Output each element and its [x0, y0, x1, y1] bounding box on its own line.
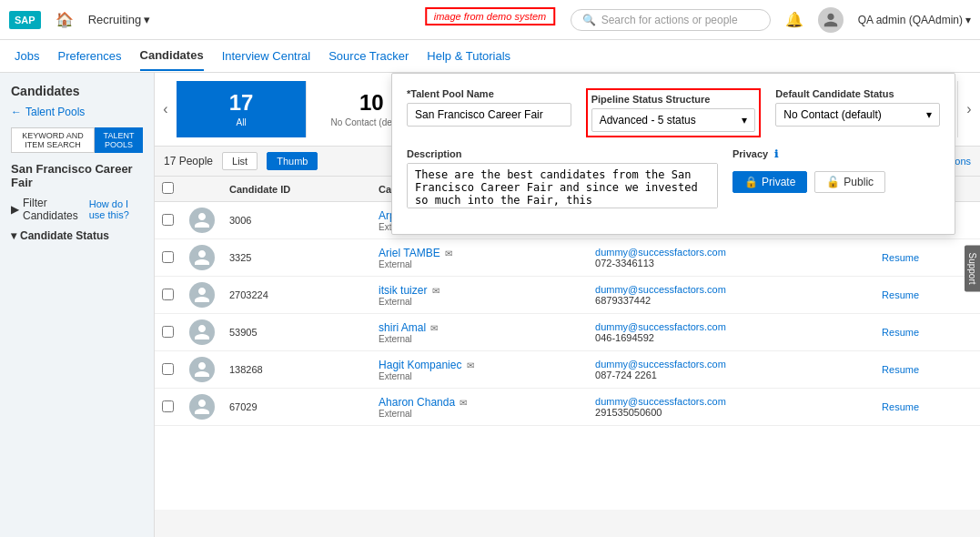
privacy-label: Privacy ℹ — [732, 148, 940, 160]
talent-pool-name-input[interactable] — [407, 103, 571, 127]
select-all-checkbox[interactable] — [162, 182, 174, 194]
chevron-down-icon: ▾ — [926, 108, 932, 121]
contact-email[interactable]: dummy@successfactors.com — [595, 321, 867, 332]
description-label: Description — [407, 148, 718, 159]
row-checkbox[interactable] — [162, 251, 174, 263]
candidate-avatar — [189, 208, 215, 233]
recruiting-menu[interactable]: Recruiting ▾ — [88, 13, 151, 26]
resume-link[interactable]: Resume — [882, 289, 919, 300]
avatar — [818, 7, 844, 33]
contact-email[interactable]: dummy@successfactors.com — [595, 359, 867, 370]
nav-candidates[interactable]: Candidates — [140, 41, 204, 71]
table-row: 2703224 itsik tuizer ✉ External dummy@su… — [155, 277, 980, 314]
row-checkbox[interactable] — [162, 400, 174, 412]
row-checkbox-cell[interactable] — [155, 202, 182, 239]
nav-help[interactable]: Help & Tutorials — [427, 42, 510, 70]
candidate-name[interactable]: Aharon Chanda ✉ — [379, 396, 581, 409]
default-status-group: Default Candidate Status No Contact (def… — [775, 88, 940, 137]
row-checkbox-cell[interactable] — [155, 389, 182, 426]
candidate-avatar-cell — [182, 389, 222, 426]
candidate-status-toggle[interactable]: ▾ Candidate Status — [11, 229, 143, 242]
privacy-buttons: 🔒 Private 🔓 Public — [732, 171, 940, 193]
default-status-select[interactable]: No Contact (default) ▾ — [775, 103, 940, 127]
resume-link[interactable]: Resume — [882, 252, 919, 263]
sidebar: Candidates ← Talent Pools KEYWORD AND IT… — [0, 73, 155, 537]
next-status-arrow[interactable]: › — [958, 73, 980, 146]
candidate-avatar — [189, 282, 215, 308]
candidate-id: 67029 — [222, 389, 371, 426]
resume-link[interactable]: Resume — [882, 327, 919, 338]
row-checkbox-cell[interactable] — [155, 351, 182, 389]
pipeline-status-select[interactable]: Advanced - 5 status ▾ — [591, 108, 756, 132]
list-view-btn[interactable]: List — [222, 152, 258, 170]
chevron-right-icon: ▶ — [11, 203, 19, 216]
sap-logo: SAP — [9, 11, 41, 29]
search-tabs: KEYWORD AND ITEM SEARCH TALENT POOLS — [11, 127, 143, 153]
description-input[interactable]: These are the best candidates from the S… — [407, 163, 718, 208]
candidate-info: Aharon Chanda ✉ External — [371, 389, 588, 426]
row-checkbox[interactable] — [162, 214, 174, 226]
chevron-down-icon: ▾ — [742, 114, 747, 127]
contact-email[interactable]: dummy@successfactors.com — [595, 396, 867, 407]
lock-icon: 🔒 — [744, 176, 758, 188]
resume-link[interactable]: Resume — [882, 364, 919, 375]
nav-source-tracker[interactable]: Source Tracker — [328, 42, 409, 70]
candidate-avatar — [189, 319, 215, 345]
nav-jobs[interactable]: Jobs — [15, 42, 39, 70]
talent-pools-tab[interactable]: TALENT POOLS — [95, 127, 143, 153]
contact-email[interactable]: dummy@successfactors.com — [595, 284, 867, 295]
candidate-name[interactable]: Hagit Kompaniec ✉ — [379, 359, 581, 371]
contact-phone: 046-1694592 — [595, 332, 867, 343]
thumb-view-btn[interactable]: Thumb — [267, 152, 318, 170]
row-checkbox[interactable] — [162, 363, 174, 375]
row-checkbox-cell[interactable] — [155, 239, 182, 277]
select-all-header[interactable] — [155, 177, 182, 202]
candidate-name[interactable]: shiri Amal ✉ — [379, 321, 581, 334]
chevron-down-icon: ▾ — [144, 13, 150, 26]
candidate-type: External — [379, 409, 581, 419]
nav-preferences[interactable]: Preferences — [57, 42, 121, 70]
user-name[interactable]: QA admin (QAAdmin) ▾ — [858, 14, 971, 26]
prev-status-arrow[interactable]: ‹ — [155, 73, 177, 146]
row-checkbox[interactable] — [162, 326, 174, 338]
home-icon[interactable]: 🏠 — [56, 11, 74, 28]
contact-phone: 291535050600 — [595, 407, 867, 418]
email-envelope-icon: ✉ — [460, 398, 467, 408]
description-group: Description These are the best candidate… — [407, 148, 718, 208]
contact-info: dummy@successfactors.com 6879337442 — [588, 277, 874, 314]
email-envelope-icon: ✉ — [430, 323, 438, 333]
candidate-id: 138268 — [222, 351, 371, 389]
resume-link[interactable]: Resume — [882, 401, 919, 412]
notifications-icon[interactable]: 🔔 — [785, 11, 803, 28]
public-btn[interactable]: 🔓 Public — [814, 171, 885, 193]
candidate-name[interactable]: itsik tuizer ✉ — [379, 284, 581, 297]
search-icon: 🔍 — [582, 14, 596, 26]
how-to-link[interactable]: How do I use this? — [89, 198, 143, 220]
contact-phone: 6879337442 — [595, 295, 867, 306]
row-checkbox-cell[interactable] — [155, 277, 182, 314]
candidate-info: itsik tuizer ✉ External — [371, 277, 588, 314]
contact-email[interactable]: dummy@successfactors.com — [595, 247, 867, 258]
candidate-id: 2703224 — [222, 277, 371, 314]
demo-banner: image from demo system — [425, 7, 555, 25]
global-search[interactable]: 🔍 Search for actions or people — [571, 9, 771, 31]
sub-nav: Jobs Preferences Candidates Interview Ce… — [0, 40, 980, 73]
talent-pool-name-label: *Talent Pool Name — [407, 88, 571, 99]
row-checkbox[interactable] — [162, 289, 174, 300]
sidebar-title: Candidates — [11, 84, 143, 98]
back-to-talent-pools[interactable]: ← Talent Pools — [11, 106, 143, 118]
chevron-down-icon: ▾ — [965, 14, 971, 26]
contact-info: dummy@successfactors.com 291535050600 — [588, 389, 874, 426]
candidate-type: External — [379, 297, 581, 307]
support-tab[interactable]: Support — [965, 245, 980, 291]
filter-section: ▶ Filter Candidates How do I use this? ▾… — [11, 197, 143, 242]
filter-candidates-toggle[interactable]: ▶ Filter Candidates How do I use this? — [11, 197, 143, 222]
email-envelope-icon: ✉ — [467, 360, 474, 370]
nav-interview-central[interactable]: Interview Central — [222, 42, 311, 70]
pipeline-status-label: Pipeline Status Structure — [591, 94, 756, 105]
candidate-name[interactable]: Ariel TAMBE ✉ — [379, 247, 581, 259]
status-card-all[interactable]: 17 All — [177, 81, 307, 137]
row-checkbox-cell[interactable] — [155, 314, 182, 351]
private-btn[interactable]: 🔒 Private — [732, 171, 807, 193]
keyword-search-tab[interactable]: KEYWORD AND ITEM SEARCH — [11, 127, 95, 153]
